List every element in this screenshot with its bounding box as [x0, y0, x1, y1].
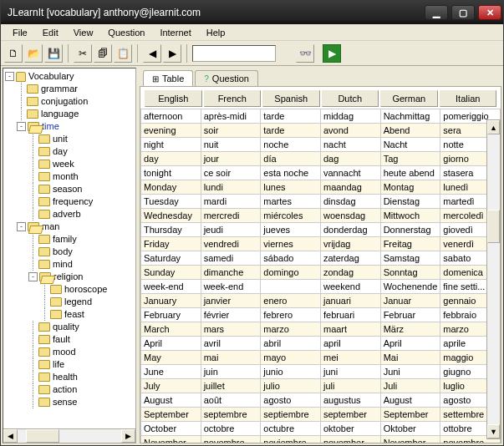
table-row[interactable]: MondaylundilunesmaandagMontaglunedì — [141, 180, 501, 195]
table-row[interactable]: MarchmarsmarzomaartMärzmarzo — [141, 322, 501, 337]
table-cell[interactable]: nacht — [320, 138, 380, 152]
table-row[interactable]: OctoberoctobreoctubreoktoberOktoberottob… — [141, 422, 501, 436]
table-cell[interactable]: février — [201, 308, 261, 322]
table-cell[interactable]: tarde — [261, 124, 321, 138]
table-cell[interactable]: dag — [320, 152, 380, 166]
table-cell[interactable]: Freitag — [380, 237, 440, 251]
search-input[interactable] — [192, 45, 276, 62]
table-cell[interactable]: lunes — [261, 180, 321, 195]
table-cell[interactable]: July — [141, 379, 201, 393]
tree-item-action[interactable]: action — [5, 383, 134, 396]
table-cell[interactable]: februari — [320, 308, 380, 322]
menu-file[interactable]: File — [6, 26, 34, 39]
table-cell[interactable]: soir — [201, 124, 261, 138]
table-cell[interactable]: Saturday — [141, 251, 201, 266]
minimize-button[interactable]: ▁ — [425, 5, 448, 20]
tree-item-time[interactable]: -time — [5, 120, 134, 133]
table-cell[interactable]: juillet — [201, 379, 261, 393]
table-cell[interactable]: samedi — [201, 251, 261, 266]
table-cell[interactable]: March — [141, 322, 201, 337]
binoculars-icon[interactable]: 👓 — [296, 44, 314, 63]
table-cell[interactable]: Nacht — [380, 138, 440, 152]
paste-button[interactable]: 📋 — [114, 44, 132, 63]
tree-item-sense[interactable]: sense — [5, 396, 134, 408]
table-cell[interactable]: mercredi — [201, 209, 261, 223]
table-cell[interactable]: esta noche — [261, 166, 321, 180]
tree-item-religion[interactable]: -religion — [5, 271, 134, 283]
vocabulary-grid[interactable]: afternoonaprès-miditardemiddagNachmittag… — [140, 109, 501, 443]
table-cell[interactable]: maandag — [320, 180, 380, 195]
back-button[interactable]: ◀ — [143, 44, 161, 63]
table-cell[interactable]: Tuesday — [141, 195, 201, 209]
table-cell[interactable]: noviembre — [261, 436, 321, 443]
menu-edit[interactable]: Edit — [36, 26, 65, 39]
tree-item-legend[interactable]: legend — [5, 296, 134, 308]
tab-table[interactable]: ⊞Table — [143, 70, 193, 86]
table-cell[interactable]: Nachmittag — [380, 109, 440, 124]
table-cell[interactable]: septembre — [201, 408, 261, 422]
tree-item-fault[interactable]: fault — [5, 333, 134, 346]
table-cell[interactable]: Januar — [380, 294, 440, 308]
scroll-thumb[interactable] — [487, 210, 500, 243]
table-cell[interactable]: afternoon — [141, 109, 201, 124]
table-cell[interactable]: heute abend — [380, 166, 440, 180]
table-cell[interactable]: octubre — [261, 422, 321, 436]
table-cell[interactable]: März — [380, 322, 440, 337]
table-cell[interactable]: dimanche — [201, 266, 261, 280]
tree-item-month[interactable]: month — [5, 170, 134, 183]
table-cell[interactable]: night — [141, 138, 201, 152]
table-cell[interactable]: april — [320, 337, 380, 351]
copy-button[interactable]: 🗐 — [94, 44, 112, 63]
table-row[interactable]: nightnuitnochenachtNachtnotte — [141, 138, 501, 152]
table-cell[interactable]: April — [380, 337, 440, 351]
table-cell[interactable]: Oktober — [380, 422, 440, 436]
table-cell[interactable]: miércoles — [261, 209, 321, 223]
open-button[interactable]: 📂 — [24, 44, 43, 63]
table-cell[interactable]: May — [141, 351, 201, 365]
table-cell[interactable]: tarde — [261, 109, 321, 124]
tree-item-life[interactable]: life — [5, 358, 134, 371]
table-cell[interactable]: abril — [261, 337, 321, 351]
tree-item-season[interactable]: season — [5, 183, 134, 195]
table-cell[interactable]: octobre — [201, 422, 261, 436]
table-cell[interactable]: Monday — [141, 180, 201, 195]
tree-item-mind[interactable]: mind — [5, 258, 134, 271]
table-cell[interactable]: september — [320, 408, 380, 422]
table-cell[interactable]: Thursday — [141, 223, 201, 237]
tree-item-mood[interactable]: mood — [5, 346, 134, 358]
table-cell[interactable]: middag — [320, 109, 380, 124]
table-cell[interactable]: October — [141, 422, 201, 436]
table-cell[interactable]: juin — [201, 365, 261, 379]
table-cell[interactable]: donderdag — [320, 223, 380, 237]
table-cell[interactable]: April — [141, 337, 201, 351]
tree-item-feast[interactable]: feast — [5, 308, 134, 321]
table-cell[interactable]: June — [141, 365, 201, 379]
table-row[interactable]: tonightce soiresta nochevannachtheute ab… — [141, 166, 501, 180]
menu-help[interactable]: Help — [200, 26, 232, 39]
table-cell[interactable]: junio — [261, 365, 321, 379]
close-button[interactable]: ✕ — [478, 5, 501, 20]
table-cell[interactable]: avond — [320, 124, 380, 138]
table-cell[interactable]: domingo — [261, 266, 321, 280]
table-cell[interactable]: jueves — [261, 223, 321, 237]
table-cell[interactable]: juni — [320, 365, 380, 379]
table-cell[interactable]: Sunday — [141, 266, 201, 280]
table-row[interactable]: NovembernovembrenoviembrenovemberNovembe… — [141, 436, 501, 443]
table-row[interactable]: afternoonaprès-miditardemiddagNachmittag… — [141, 109, 501, 124]
table-cell[interactable]: Abend — [380, 124, 440, 138]
table-cell[interactable]: week-end — [201, 280, 261, 294]
table-cell[interactable]: augustus — [320, 393, 380, 408]
table-cell[interactable]: maart — [320, 322, 380, 337]
table-cell[interactable]: mardi — [201, 195, 261, 209]
table-cell[interactable]: marzo — [261, 322, 321, 337]
table-cell[interactable]: febrero — [261, 308, 321, 322]
table-cell[interactable]: tonight — [141, 166, 201, 180]
table-cell[interactable] — [261, 280, 321, 294]
table-cell[interactable]: septiembre — [261, 408, 321, 422]
tree-item-frequency[interactable]: frequency — [5, 195, 134, 208]
table-cell[interactable]: ce soir — [201, 166, 261, 180]
table-cell[interactable]: weekend — [320, 280, 380, 294]
table-cell[interactable]: February — [141, 308, 201, 322]
tree-item-language[interactable]: language — [5, 108, 134, 120]
table-row[interactable]: SaturdaysamedisábadozaterdagSamstagsabat… — [141, 251, 501, 266]
